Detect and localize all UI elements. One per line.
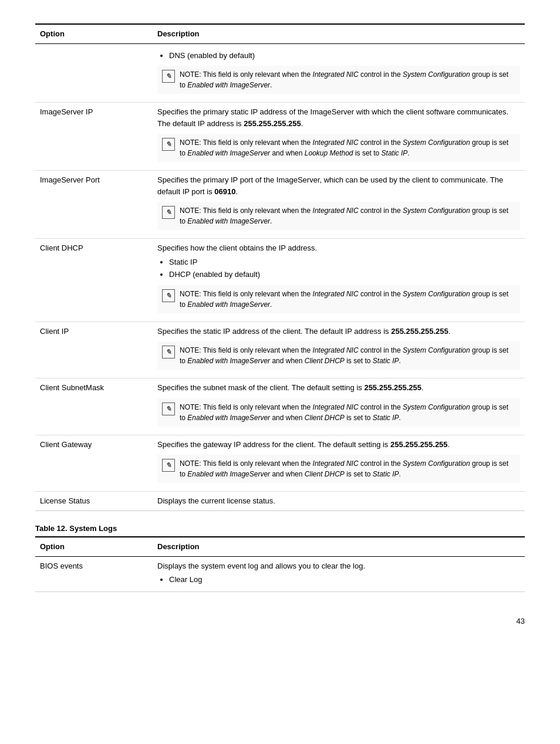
option-cell: Client IP [35,322,153,378]
option-cell: Client DHCP [35,239,153,322]
col-desc-header: Description [153,24,525,43]
main-content: Option Description DNS (enabled by defau… [35,23,525,627]
note-box: ✎ NOTE: This field is only relevant when… [157,285,520,313]
table-row: ImageServer Port Specifies the primary I… [35,171,525,239]
table-row: BIOS events Displays the system event lo… [35,556,525,591]
option-cell: Client Gateway [35,435,153,492]
note-icon: ✎ [162,138,175,151]
note-box: ✎ NOTE: This field is only relevant when… [157,455,520,483]
note-box: ✎ NOTE: This field is only relevant when… [157,341,520,370]
note-icon: ✎ [162,346,175,359]
table-row: Client SubnetMask Specifies the subnet m… [35,378,525,435]
note-icon: ✎ [162,289,175,302]
option-cell [35,43,153,103]
note-text: NOTE: This field is only relevant when t… [180,69,515,90]
table2-col-desc-header: Description [153,537,525,556]
note-box: ✎ NOTE: This field is only relevant when… [157,202,520,230]
table-row: Client Gateway Specifies the gateway IP … [35,435,525,492]
note-text: NOTE: This field is only relevant when t… [180,402,515,423]
desc-cell: Specifies how the client obtains the IP … [153,239,525,322]
note-text: NOTE: This field is only relevant when t… [180,137,515,158]
table2-col-option-header: Option [35,537,153,556]
desc-cell: Specifies the static IP address of the c… [153,322,525,378]
list-item: DHCP (enabled by default) [169,269,520,280]
desc-text: Displays the current license status. [157,495,520,507]
desc-text: Specifies the subnet mask of the client.… [157,382,520,394]
option-cell: Client SubnetMask [35,378,153,435]
option-cell: ImageServer IP [35,103,153,171]
desc-cell: Specifies the gateway IP address for the… [153,435,525,492]
bullet-list: DNS (enabled by default) [157,50,520,62]
desc-cell: Specifies the primary static IP address … [153,103,525,171]
bullet-list: Static IPDHCP (enabled by default) [157,256,520,280]
table-row: License Status Displays the current lice… [35,492,525,511]
desc-cell: DNS (enabled by default) ✎ NOTE: This fi… [153,43,525,103]
desc-text: Specifies how the client obtains the IP … [157,242,520,254]
desc-text: Specifies the primary IP port of the Ima… [157,174,520,197]
list-item: Static IP [169,256,520,268]
desc-text: Specifies the gateway IP address for the… [157,439,520,451]
desc-cell: Specifies the subnet mask of the client.… [153,378,525,435]
desc-cell: Displays the current license status. [153,492,525,511]
table2-caption: Table 12. System Logs [35,523,525,535]
note-text: NOTE: This field is only relevant when t… [180,345,515,366]
note-icon: ✎ [162,403,175,415]
table-row: ImageServer IP Specifies the primary sta… [35,103,525,171]
desc-text: Specifies the static IP address of the c… [157,326,520,337]
note-text: NOTE: This field is only relevant when t… [180,205,515,226]
note-text: NOTE: This field is only relevant when t… [180,289,515,310]
list-item: Clear Log [169,574,520,586]
desc-cell: Specifies the primary IP port of the Ima… [153,171,525,239]
col-option-header: Option [35,24,153,43]
list-item: DNS (enabled by default) [169,50,520,62]
bullet-list: Clear Log [157,574,520,586]
main-table: Option Description DNS (enabled by defau… [35,23,525,511]
note-icon: ✎ [162,70,175,83]
note-box: ✎ NOTE: This field is only relevant when… [157,398,520,427]
desc-text: Displays the system event log and allows… [157,560,520,572]
desc-text: Specifies the primary static IP address … [157,106,520,129]
note-text: NOTE: This field is only relevant when t… [180,458,515,479]
note-box: ✎ NOTE: This field is only relevant when… [157,66,520,94]
option-cell: ImageServer Port [35,171,153,239]
table-row: DNS (enabled by default) ✎ NOTE: This fi… [35,43,525,103]
desc-cell: Displays the system event log and allows… [153,556,525,591]
note-box: ✎ NOTE: This field is only relevant when… [157,134,520,162]
option-cell: BIOS events [35,556,153,591]
option-cell: License Status [35,492,153,511]
table-row: Client IP Specifies the static IP addres… [35,322,525,378]
page-number: 43 [35,616,525,627]
table-row: Client DHCP Specifies how the client obt… [35,239,525,322]
system-logs-table: Option Description BIOS events Displays … [35,536,525,592]
note-icon: ✎ [162,206,175,219]
note-icon: ✎ [162,459,175,472]
